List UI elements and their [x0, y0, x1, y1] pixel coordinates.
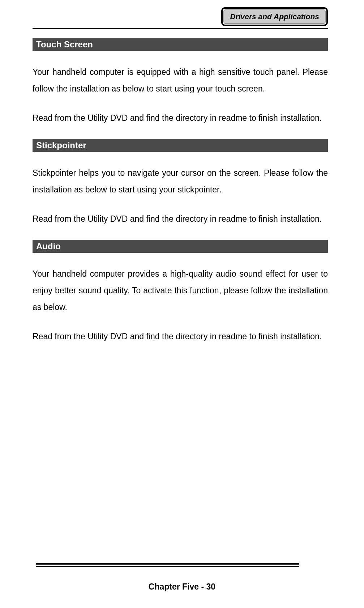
body-paragraph: Your handheld computer is equipped with …: [33, 64, 328, 97]
section-heading-touch-screen: Touch Screen: [33, 38, 328, 51]
section-heading-stickpointer: Stickpointer: [33, 139, 328, 152]
header-divider: [33, 28, 328, 29]
section-heading-audio: Audio: [33, 240, 328, 253]
body-paragraph: Stickpointer helps you to navigate your …: [33, 165, 328, 198]
footer-page-number: Chapter Five - 30: [0, 582, 364, 592]
body-paragraph: Read from the Utility DVD and find the d…: [33, 211, 328, 227]
header-area: Drivers and Applications: [33, 7, 328, 26]
footer-divider-thin: [36, 566, 299, 567]
footer-divider-thick: [36, 563, 299, 565]
body-paragraph: Read from the Utility DVD and find the d…: [33, 110, 328, 126]
header-badge: Drivers and Applications: [223, 9, 326, 24]
page-container: Drivers and Applications Touch Screen Yo…: [0, 0, 364, 345]
header-badge-outer: Drivers and Applications: [221, 7, 328, 26]
body-paragraph: Your handheld computer provides a high-q…: [33, 265, 328, 315]
body-paragraph: Read from the Utility DVD and find the d…: [33, 328, 328, 345]
